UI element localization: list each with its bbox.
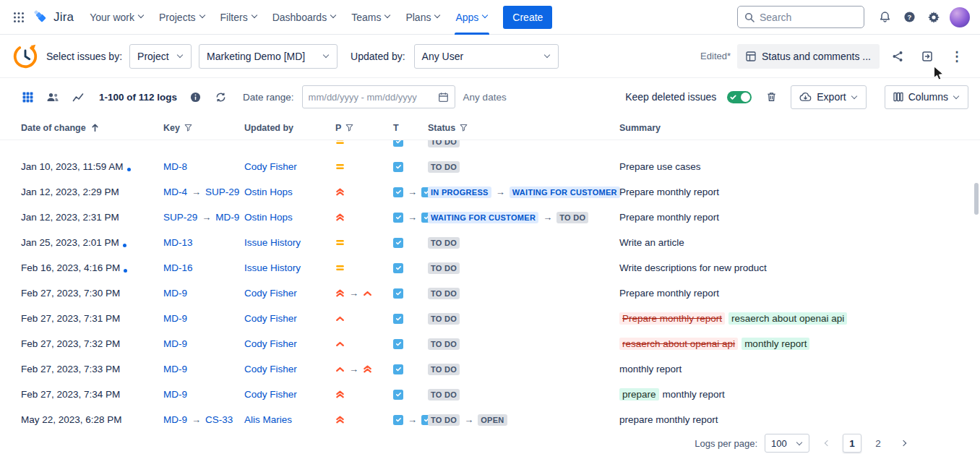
nav-plans[interactable]: Plans <box>398 0 448 35</box>
app-switcher-icon[interactable] <box>7 6 30 29</box>
updated-by-link[interactable]: Cody Fisher <box>244 389 297 400</box>
issue-key-link[interactable]: MD-16 <box>163 262 193 273</box>
help-icon[interactable]: ? <box>898 6 921 29</box>
date-range-input[interactable] <box>302 85 455 108</box>
chevron-down-icon <box>138 13 145 20</box>
updated-by-link[interactable]: Ostin Hops <box>244 212 293 223</box>
transition-arrow-icon: → <box>191 187 202 197</box>
nav-projects[interactable]: Projects <box>152 0 213 35</box>
issue-key-link[interactable]: MD-9 <box>215 212 239 223</box>
avatar[interactable] <box>950 7 970 27</box>
table-row[interactable]: Feb 27, 2023, 7:33 PMMD-9Cody Fisher→TO … <box>0 356 980 382</box>
logs-per-page-select[interactable]: 100 <box>765 434 809 453</box>
column-header-status[interactable]: Status <box>428 123 619 133</box>
nav-dashboards[interactable]: Dashboards <box>265 0 345 35</box>
table-row[interactable]: TO DO <box>0 140 980 154</box>
sort-ascending-icon[interactable] <box>90 123 100 132</box>
summary-text: monthly report <box>742 338 809 350</box>
table-row[interactable]: Feb 27, 2023, 7:31 PMMD-9Cody FisherTO D… <box>0 306 980 331</box>
save-view-icon[interactable] <box>916 45 939 68</box>
settings-icon[interactable] <box>922 6 945 29</box>
refresh-icon[interactable] <box>212 88 229 106</box>
update-dot-icon <box>127 168 131 171</box>
more-options-icon[interactable]: ⋮ <box>945 45 968 68</box>
issue-key-link[interactable]: MD-9 <box>163 338 187 349</box>
priority-medium-icon <box>335 263 345 273</box>
calendar-icon[interactable] <box>438 92 449 103</box>
issue-key-link[interactable]: SUP-29 <box>205 187 239 197</box>
table-row[interactable]: Feb 27, 2023, 7:30 PMMD-9Cody Fisher→TO … <box>0 280 980 306</box>
cell-priority <box>335 162 393 171</box>
issue-key-link[interactable]: MD-9 <box>163 414 187 425</box>
issue-key-link[interactable]: MD-8 <box>163 161 187 172</box>
filter-priority-icon[interactable] <box>345 124 353 132</box>
nav-teams[interactable]: Teams <box>344 0 398 35</box>
updated-by-link[interactable]: Cody Fisher <box>244 364 297 374</box>
issue-key-link[interactable]: MD-9 <box>163 364 187 374</box>
updated-by-link[interactable]: Issue History <box>244 262 301 273</box>
share-icon[interactable] <box>886 45 909 68</box>
column-header-summary[interactable]: Summary <box>619 123 980 133</box>
date-range-field[interactable] <box>309 92 434 103</box>
search-input[interactable] <box>760 12 857 23</box>
table-row[interactable]: Feb 27, 2023, 7:34 PMMD-9Cody FisherTO D… <box>0 382 980 407</box>
issue-key-link[interactable]: MD-9 <box>163 313 187 324</box>
updated-by-link[interactable]: Cody Fisher <box>244 288 297 299</box>
delete-logs-icon[interactable] <box>762 88 780 106</box>
prev-page-button[interactable] <box>817 434 835 453</box>
create-button[interactable]: Create <box>503 6 552 29</box>
table-view-tab-icon[interactable] <box>19 88 36 106</box>
chart-view-tab-icon[interactable] <box>69 88 87 106</box>
updated-by-link[interactable]: Cody Fisher <box>244 161 297 172</box>
next-page-button[interactable] <box>895 434 914 453</box>
filterbar-right: Edited* Status and comments ... ⋮ <box>700 44 968 69</box>
column-header-updated-by[interactable]: Updated by <box>244 123 335 133</box>
issue-key-link[interactable]: MD-13 <box>163 237 193 248</box>
table-row[interactable]: Jan 10, 2023, 11:59 AMMD-8Cody FisherTO … <box>0 154 980 179</box>
nav-filters[interactable]: Filters <box>213 0 265 35</box>
column-header-type[interactable]: T <box>393 123 428 133</box>
table-row[interactable]: Jan 25, 2023, 2:01 PMMD-13Issue HistoryT… <box>0 230 980 255</box>
filter-status-icon[interactable] <box>460 124 468 132</box>
column-header-priority[interactable]: P <box>335 123 393 133</box>
issue-key-link[interactable]: SUP-29 <box>163 212 197 223</box>
project-dropdown[interactable]: Marketing Demo [MD] <box>199 44 338 69</box>
users-view-tab-icon[interactable] <box>44 88 61 106</box>
updated-by-link[interactable]: Cody Fisher <box>244 338 297 349</box>
column-header-key[interactable]: Key <box>163 123 244 133</box>
export-button[interactable]: Export <box>791 85 866 109</box>
keep-deleted-toggle[interactable] <box>727 91 752 103</box>
cell-key: MD-16 <box>163 262 244 273</box>
status-badge: TO DO <box>428 338 460 350</box>
filter-key-icon[interactable] <box>184 124 192 132</box>
page-1-button[interactable]: 1 <box>843 434 861 453</box>
table-row[interactable]: Jan 12, 2023, 2:31 PMSUP-29→MD-9Ostin Ho… <box>0 205 980 230</box>
updated-by-dropdown[interactable]: Any User <box>414 44 559 69</box>
issue-key-link[interactable]: MD-9 <box>163 288 187 299</box>
issue-key-link[interactable]: MD-9 <box>163 389 187 400</box>
saved-view-button[interactable]: Status and comments ... <box>737 44 880 69</box>
scrollbar-thumb[interactable] <box>974 183 979 215</box>
nav-apps[interactable]: Apps <box>448 0 496 35</box>
page-2-button[interactable]: 2 <box>869 434 887 453</box>
select-issues-by-dropdown[interactable]: Project <box>129 44 192 69</box>
updated-by-link[interactable]: Ostin Hops <box>244 187 293 197</box>
column-header-date-of-change[interactable]: Date of change <box>21 123 163 133</box>
table-row[interactable]: May 22, 2023, 6:28 PMMD-9→CS-33Alis Mari… <box>0 407 980 432</box>
columns-button[interactable]: Columns <box>885 85 968 109</box>
updated-by-link[interactable]: Issue History <box>244 237 301 248</box>
table-row[interactable]: Feb 16, 2023, 4:16 PMMD-16Issue HistoryT… <box>0 255 980 280</box>
updated-by-link[interactable]: Alis Maries <box>244 414 292 425</box>
table-row[interactable]: Feb 27, 2023, 7:32 PMMD-9Cody FisherTO D… <box>0 331 980 356</box>
issue-key-link[interactable]: MD-4 <box>163 187 187 197</box>
info-icon[interactable] <box>186 88 204 106</box>
cell-status: TO DO <box>428 161 619 173</box>
jira-logo[interactable]: Jira <box>32 9 81 25</box>
table-row[interactable]: Jan 12, 2023, 2:29 PMMD-4→SUP-29Ostin Ho… <box>0 179 980 205</box>
updated-by-link[interactable]: Cody Fisher <box>244 313 297 324</box>
search-box[interactable] <box>737 6 864 28</box>
priority-highest-icon <box>363 364 372 374</box>
issue-key-link[interactable]: CS-33 <box>205 414 233 425</box>
notifications-icon[interactable] <box>873 6 896 29</box>
nav-your-work[interactable]: Your work <box>82 0 152 35</box>
